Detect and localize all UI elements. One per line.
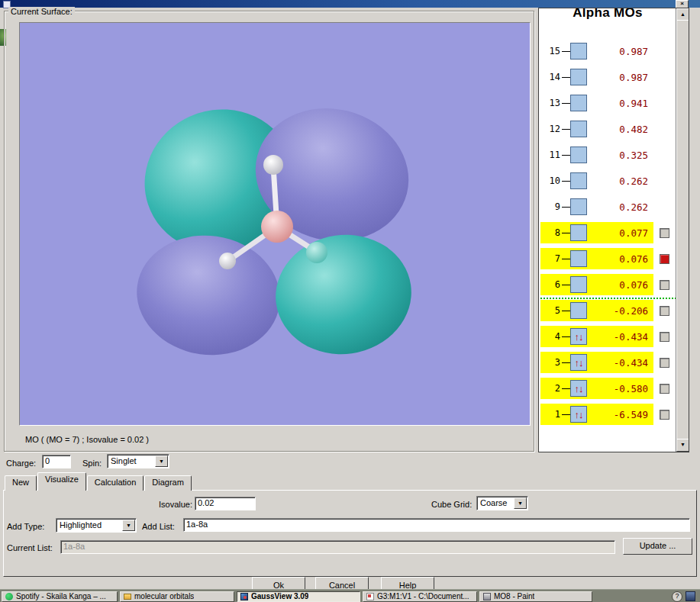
mo-orbital-box[interactable]: ↑↓	[570, 354, 587, 371]
mo-checkbox-slot	[653, 254, 676, 264]
mo-number: 2	[542, 383, 562, 394]
mo-connector-line	[562, 336, 570, 337]
tab-new[interactable]: New	[5, 475, 37, 491]
mo-status-text: MO ( (MO = 7) ; Isovalue = 0.02 )	[25, 435, 149, 444]
mo-row-strip: 150.987	[540, 40, 653, 62]
mo-energy-value: 0.987	[619, 72, 652, 83]
spin-selected-value: Singlet	[111, 456, 137, 465]
taskbar-item-folder[interactable]: molecular orbitals	[120, 591, 234, 602]
update-button[interactable]: Update ...	[623, 538, 692, 555]
mo-row: 80.077	[540, 220, 676, 246]
mo-select-checkbox[interactable]	[660, 332, 669, 342]
mo-orbital-box[interactable]	[570, 172, 587, 189]
mo-select-checkbox[interactable]	[660, 280, 669, 290]
scrollbar-thumb[interactable]	[676, 20, 689, 440]
mo-orbital-box[interactable]	[570, 43, 587, 60]
hydrogen-atom-right	[306, 242, 327, 263]
tab-diagram[interactable]: Diagram	[144, 475, 192, 491]
charge-input[interactable]: 0	[42, 455, 71, 468]
alpha-mos-panel: Alpha MOs 150.987140.987130.941120.48211…	[538, 8, 689, 452]
mo-energy-value: 0.482	[619, 124, 652, 135]
mo-orbital-box[interactable]: ↑↓	[570, 406, 587, 423]
visualize-tab-panel: Isovalue: 0.02 Cube Grid: Coarse ▼ Add T…	[3, 490, 697, 577]
tab-calculation[interactable]: Calculation	[87, 475, 144, 491]
mo-row-strip: 100.262	[540, 170, 653, 192]
taskbar-item-paint[interactable]: MO8 - Paint	[479, 591, 592, 602]
taskbar-item-gaussview[interactable]: GaussView 3.09	[237, 591, 360, 602]
isovalue-input[interactable]: 0.02	[195, 497, 256, 510]
mo-checkbox-slot	[653, 358, 676, 368]
mo-number: 12	[542, 124, 562, 134]
orbital-3d-view[interactable]	[20, 23, 530, 425]
current-surface-label: Current Surface:	[8, 7, 75, 16]
mo-checkbox-slot	[653, 306, 676, 316]
tray-icon[interactable]	[685, 591, 695, 601]
mo-select-checkbox[interactable]	[660, 410, 669, 420]
mo-number: 1	[542, 409, 562, 420]
mo-select-checkbox[interactable]	[660, 358, 669, 368]
mo-number: 15	[542, 46, 562, 56]
mo-orbital-box[interactable]: ↑↓	[570, 328, 587, 345]
mo-energy-value: -0.434	[614, 331, 652, 343]
mo-connector-line	[562, 207, 570, 208]
add-type-label: Add Type:	[7, 522, 44, 531]
mo-checkbox-slot	[653, 384, 676, 394]
cube-grid-select[interactable]: Coarse ▼	[476, 496, 528, 510]
mo-number: 7	[542, 253, 562, 264]
teal-lobe-bottom-right	[268, 226, 419, 362]
mo-number: 6	[542, 279, 562, 290]
mo-select-checkbox[interactable]	[660, 384, 669, 394]
mo-orbital-box[interactable]	[570, 250, 587, 267]
mo-row-strip: 4↑↓-0.434	[540, 326, 653, 347]
mo-select-checkbox[interactable]	[660, 306, 669, 316]
mo-orbital-box[interactable]	[570, 198, 587, 215]
mo-orbital-box[interactable]	[570, 276, 587, 293]
mo-connector-line	[562, 155, 570, 156]
mo-connector-line	[562, 129, 570, 130]
mo-connector-line	[562, 414, 570, 415]
window-titlebar[interactable]: ×	[0, 0, 700, 8]
electron-arrows-icon: ↑↓	[575, 410, 583, 420]
mo-orbital-box[interactable]	[570, 146, 587, 163]
chevron-down-icon[interactable]: ▼	[155, 456, 168, 467]
mo-select-checkbox[interactable]	[660, 228, 669, 238]
mo-row: 110.325	[540, 142, 676, 168]
mo-orbital-box[interactable]	[570, 95, 587, 111]
tab-visualize[interactable]: Visualize	[37, 472, 86, 491]
taskbar-item-gaussdoc[interactable]: G3:M1:V1 - C:\Document...	[363, 591, 477, 602]
current-list-field: 1a-8a	[60, 540, 615, 554]
taskbar-item-label: molecular orbitals	[134, 592, 194, 600]
mo-number: 11	[542, 150, 562, 160]
mo-orbital-box[interactable]	[570, 224, 587, 241]
mo-select-checkbox[interactable]	[660, 254, 669, 264]
mo-row-strip: 1↑↓-6.549	[540, 404, 653, 425]
mo-row: 120.482	[540, 116, 676, 142]
mo-row: 3↑↓-0.434	[540, 349, 676, 375]
mo-orbital-box[interactable]: ↑↓	[570, 380, 587, 397]
mo-orbital-box[interactable]	[570, 302, 587, 319]
chevron-down-icon[interactable]: ▼	[514, 497, 527, 509]
spotify-icon	[5, 593, 13, 600]
mo-orbital-box[interactable]	[570, 69, 587, 85]
scroll-down-icon[interactable]: ▼	[676, 439, 689, 452]
mo-scrollbar[interactable]: ▲ ▼	[676, 8, 689, 452]
charge-label: Charge:	[6, 459, 36, 468]
help-tray-icon[interactable]: ?	[672, 591, 682, 602]
electron-arrows-icon: ↑↓	[575, 384, 583, 394]
gaussdoc-icon	[366, 593, 374, 600]
spin-select[interactable]: Singlet ▼	[107, 454, 169, 468]
chevron-down-icon[interactable]: ▼	[122, 520, 135, 531]
add-type-select[interactable]: Highlighted ▼	[56, 518, 137, 533]
gaussview-surfaces-window: × Current Surface:	[0, 0, 700, 602]
molecule-viewport[interactable]	[19, 22, 531, 426]
taskbar-item-spotify[interactable]: Spotify - Skaila Kanga – ...	[2, 591, 118, 602]
isovalue-label: Isovalue:	[159, 500, 192, 509]
phosphorus-atom	[261, 211, 293, 243]
spin-label: Spin:	[82, 459, 102, 468]
mo-energy-value: 0.262	[619, 201, 652, 213]
add-list-input[interactable]: 1a-8a	[183, 518, 690, 532]
mo-connector-line	[562, 362, 570, 363]
current-surface-group: Current Surface:	[4, 11, 534, 452]
mo-orbital-box[interactable]	[570, 121, 587, 137]
mo-row: 100.262	[540, 168, 676, 194]
